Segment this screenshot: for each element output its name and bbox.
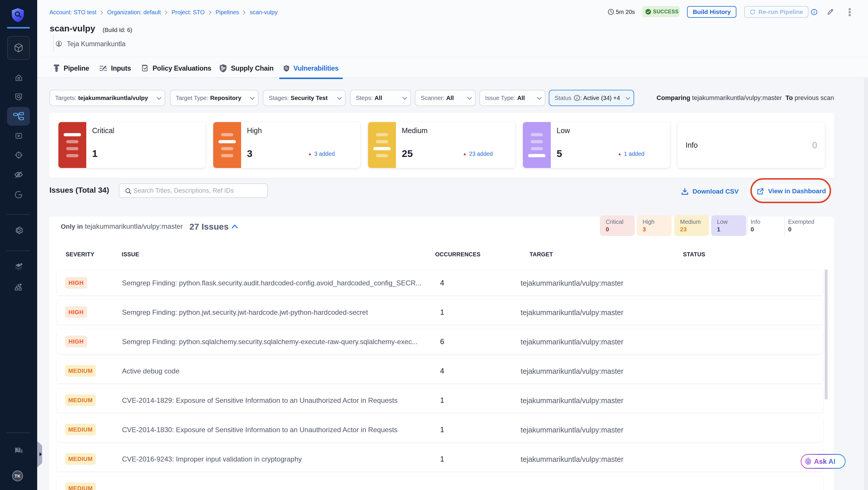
svg-text:?: ? xyxy=(17,448,20,452)
